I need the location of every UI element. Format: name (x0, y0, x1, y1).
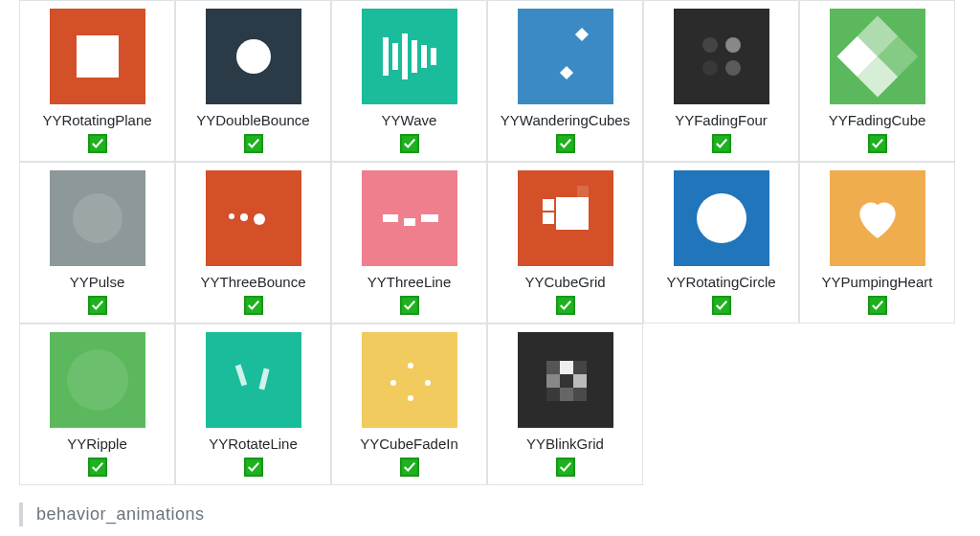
anim-card-pumping-heart[interactable]: YYPumpingHeart (799, 162, 955, 324)
checked-icon (556, 296, 575, 315)
anim-label: YYThreeLine (368, 274, 452, 290)
anim-card-three-line[interactable]: YYThreeLine (331, 162, 487, 324)
anim-thumb-double-bounce (206, 9, 301, 104)
section-heading: behavior_animations (19, 502, 961, 526)
checked-icon (88, 134, 107, 153)
anim-card-cube-grid[interactable]: YYCubeGrid (487, 162, 643, 324)
checked-icon (712, 296, 731, 315)
anim-thumb-three-line (362, 170, 457, 266)
anim-thumb-rotating-circle (674, 170, 769, 266)
anim-card-fading-cube[interactable]: YYFadingCube (799, 0, 955, 162)
checked-icon (244, 458, 263, 477)
anim-label: YYCubeGrid (524, 274, 605, 290)
empty-cell (799, 324, 955, 485)
checked-icon (400, 458, 419, 477)
anim-card-rotate-line[interactable]: YYRotateLine (175, 324, 331, 485)
anim-thumb-wave (362, 9, 457, 104)
anim-label: YYRipple (67, 436, 127, 452)
anim-card-ripple[interactable]: YYRipple (19, 324, 175, 485)
anim-card-pulse[interactable]: YYPulse (19, 162, 175, 324)
anim-card-cube-fade-in[interactable]: YYCubeFadeIn (331, 324, 487, 485)
anim-thumb-pumping-heart (830, 170, 925, 266)
anim-thumb-rotating-plane (50, 9, 145, 104)
anim-card-wave[interactable]: YYWave (331, 0, 487, 162)
checked-icon (712, 134, 731, 153)
anim-card-fading-four[interactable]: YYFadingFour (643, 0, 799, 162)
anim-card-three-bounce[interactable]: YYThreeBounce (175, 162, 331, 324)
anim-thumb-cube-grid (518, 170, 613, 266)
anim-card-wandering-cubes[interactable]: YYWanderingCubes (487, 0, 643, 162)
anim-label: YYRotateLine (209, 436, 298, 452)
anim-label: YYBlinkGrid (526, 436, 604, 452)
heart-icon (830, 170, 925, 266)
anim-label: YYRotatingPlane (42, 112, 151, 128)
checked-icon (868, 134, 887, 153)
anim-card-double-bounce[interactable]: YYDoubleBounce (175, 0, 331, 162)
anim-thumb-fading-cube (830, 9, 925, 104)
checked-icon (556, 458, 575, 477)
anim-card-blink-grid[interactable]: YYBlinkGrid (487, 324, 643, 485)
anim-thumb-cube-fade-in (362, 332, 457, 428)
anim-label: YYDoubleBounce (196, 112, 309, 128)
empty-cell (643, 324, 799, 485)
checked-icon (400, 134, 419, 153)
checked-icon (868, 296, 887, 315)
anim-thumb-pulse (50, 170, 145, 266)
anim-thumb-three-bounce (206, 170, 301, 266)
checked-icon (556, 134, 575, 153)
anim-label: YYWave (382, 112, 437, 128)
anim-thumb-rotate-line (206, 332, 301, 428)
anim-thumb-wandering-cubes (518, 9, 613, 104)
anim-card-rotating-plane[interactable]: YYRotatingPlane (19, 0, 175, 162)
anim-label: YYWanderingCubes (501, 112, 630, 128)
anim-thumb-ripple (50, 332, 145, 428)
anim-thumb-fading-four (674, 9, 769, 104)
checked-icon (244, 296, 263, 315)
anim-thumb-blink-grid (518, 332, 613, 428)
anim-label: YYPulse (70, 274, 125, 290)
checked-icon (88, 458, 107, 477)
checked-icon (88, 296, 107, 315)
anim-label: YYThreeBounce (200, 274, 305, 290)
anim-label: YYFadingFour (675, 112, 768, 128)
anim-label: YYRotatingCircle (666, 274, 775, 290)
animations-grid: YYRotatingPlane YYDoubleBounce YYWave YY… (19, 0, 961, 485)
anim-card-rotating-circle[interactable]: YYRotatingCircle (643, 162, 799, 324)
checked-icon (244, 134, 263, 153)
anim-label: YYCubeFadeIn (360, 436, 458, 452)
anim-label: YYPumpingHeart (822, 274, 933, 290)
checked-icon (400, 296, 419, 315)
